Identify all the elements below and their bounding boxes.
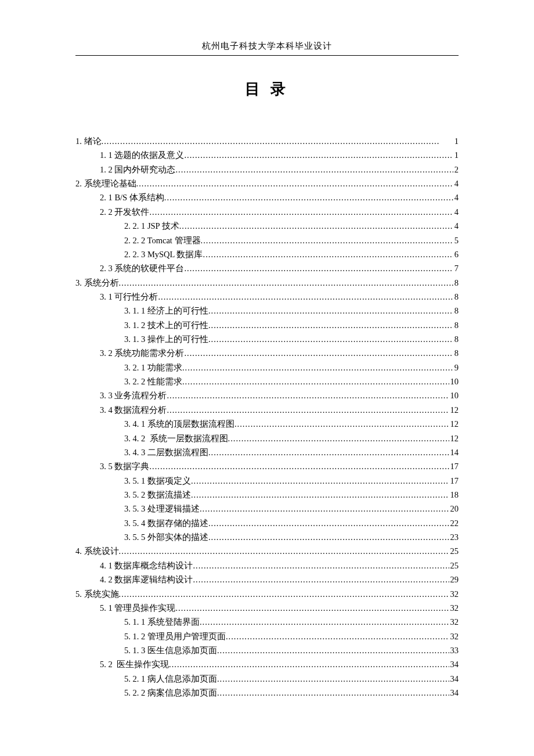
toc-entry[interactable]: 3. 2 系统功能需求分析8 xyxy=(75,346,459,360)
toc-entry[interactable]: 3. 1. 2 技术上的可行性8 xyxy=(75,318,459,332)
toc-entry[interactable]: 4. 1 数据库概念结构设计25 xyxy=(75,559,459,573)
page-header: 杭州电子科技大学本科毕业设计 xyxy=(75,41,459,52)
toc-entry[interactable]: 2. 2. 3 MySQL 数据库6 xyxy=(75,247,459,261)
toc-leader-dots xyxy=(149,205,453,219)
toc-entry-label: 4. 系统设计 xyxy=(75,544,119,558)
toc-leader-dots xyxy=(169,657,449,671)
toc-entry-page: 32 xyxy=(449,601,459,615)
toc-entry-label: 3. 1. 2 技术上的可行性 xyxy=(124,318,208,332)
toc-entry-page: 29 xyxy=(449,573,459,586)
toc-entry[interactable]: 5. 2 医生操作实现34 xyxy=(75,657,459,671)
toc-entry-label: 3. 1. 1 经济上的可行性 xyxy=(124,304,208,318)
toc-entry[interactable]: 3. 3 业务流程分析10 xyxy=(75,388,459,402)
toc-entry[interactable]: 1. 1 选题的依据及意义1 xyxy=(75,148,459,162)
toc-entry-page: 34 xyxy=(449,672,459,686)
toc-entry-label: 1. 2 国内外研究动态 xyxy=(100,163,175,177)
toc-entry-label: 3. 1 可行性分析 xyxy=(100,290,158,304)
toc-leader-dots xyxy=(179,219,453,233)
toc-entry[interactable]: 3. 5. 4 数据存储的描述22 xyxy=(75,516,459,530)
toc-entry-label: 3. 5 数据字典 xyxy=(100,459,149,473)
toc-entry[interactable]: 2. 2. 1 JSP 技术4 xyxy=(75,219,459,233)
toc-entry[interactable]: 1. 2 国内外研究动态2 xyxy=(75,163,459,177)
toc-entry[interactable]: 5. 1. 2 管理员用户管理页面32 xyxy=(75,629,459,643)
toc-leader-dots xyxy=(102,134,453,148)
toc-entry-page: 32 xyxy=(449,587,459,601)
toc-entry-label: 2. 2. 1 JSP 技术 xyxy=(124,219,179,233)
toc-entry-label: 3. 4. 1 系统的顶层数据流程图 xyxy=(124,417,234,431)
toc-entry-label: 2. 2. 3 MySQL 数据库 xyxy=(124,247,203,261)
toc-entry[interactable]: 3. 5. 5 外部实体的描述23 xyxy=(75,530,459,544)
toc-entry[interactable]: 5. 2. 1 病人信息添加页面34 xyxy=(75,672,459,686)
toc-entry-label: 3. 5. 1 数据项定义 xyxy=(124,474,191,488)
toc-leader-dots xyxy=(167,388,449,402)
toc-entry[interactable]: 3. 5. 1 数据项定义17 xyxy=(75,474,459,488)
toc-entry[interactable]: 5. 1. 1 系统登陆界面32 xyxy=(75,615,459,629)
toc-entry-label: 5. 系统实施 xyxy=(75,587,119,601)
toc-entry[interactable]: 2. 2. 2 Tomcat 管理器5 xyxy=(75,233,459,247)
toc-entry-label: 3. 3 业务流程分析 xyxy=(100,388,167,402)
toc-entry-page: 25 xyxy=(449,544,459,558)
toc-entry-page: 32 xyxy=(449,615,459,629)
toc-entry-label: 4. 2 数据库逻辑结构设计 xyxy=(100,573,193,586)
toc-leader-dots xyxy=(226,629,449,643)
toc-leader-dots xyxy=(167,403,449,417)
toc-entry-label: 2. 3 系统的软硬件平台 xyxy=(100,261,184,275)
toc-entry[interactable]: 3. 4. 3 二层数据流程图14 xyxy=(75,445,459,459)
toc-leader-dots xyxy=(175,601,449,615)
toc-entry-page: 8 xyxy=(453,318,459,332)
toc-entry[interactable]: 2. 系统理论基础4 xyxy=(75,177,459,190)
toc-entry[interactable]: 5. 1. 3 医生信息添加页面33 xyxy=(75,643,459,657)
toc-entry[interactable]: 3. 4. 1 系统的顶层数据流程图12 xyxy=(75,417,459,431)
toc-entry[interactable]: 3. 1. 1 经济上的可行性8 xyxy=(75,304,459,318)
toc-entry-page: 33 xyxy=(449,643,459,657)
toc-entry-label: 5. 2. 2 病案信息添加页面 xyxy=(124,686,217,700)
toc-entry[interactable]: 4. 2 数据库逻辑结构设计29 xyxy=(75,573,459,586)
toc-leader-dots xyxy=(193,573,449,586)
toc-entry[interactable]: 2. 3 系统的软硬件平台7 xyxy=(75,261,459,275)
toc-entry[interactable]: 3. 4 数据流程分析12 xyxy=(75,403,459,417)
toc-leader-dots xyxy=(119,587,449,601)
toc-entry[interactable]: 2. 2 开发软件4 xyxy=(75,205,459,219)
document-page: 杭州电子科技大学本科毕业设计 目 录 1. 绪论11. 1 选题的依据及意义11… xyxy=(0,0,534,700)
toc-entry[interactable]: 3. 2. 2 性能需求10 xyxy=(75,375,459,388)
toc-leader-dots xyxy=(136,177,453,190)
toc-entry[interactable]: 3. 1 可行性分析8 xyxy=(75,290,459,304)
toc-leader-dots xyxy=(217,672,449,686)
toc-entry[interactable]: 5. 2. 2 病案信息添加页面34 xyxy=(75,686,459,700)
page-title: 目 录 xyxy=(75,79,459,99)
toc-leader-dots xyxy=(200,615,449,629)
toc-entry[interactable]: 1. 绪论1 xyxy=(75,134,459,148)
toc-entry-page: 1 xyxy=(453,148,459,162)
toc-leader-dots xyxy=(234,417,449,431)
toc-entry[interactable]: 3. 5. 3 处理逻辑描述20 xyxy=(75,502,459,516)
toc-entry-page: 23 xyxy=(449,530,459,544)
toc-entry-label: 3. 系统分析 xyxy=(75,276,119,290)
toc-entry-label: 5. 1 管理员操作实现 xyxy=(100,601,175,615)
toc-leader-dots xyxy=(149,459,449,473)
toc-entry[interactable]: 3. 系统分析8 xyxy=(75,276,459,290)
toc-entry-page: 34 xyxy=(449,686,459,700)
toc-entry-page: 8 xyxy=(453,276,459,290)
toc-leader-dots xyxy=(208,530,449,544)
toc-entry-page: 2 xyxy=(453,163,459,177)
toc-entry-page: 4 xyxy=(453,177,459,190)
toc-entry-page: 5 xyxy=(453,233,459,247)
toc-entry[interactable]: 3. 4. 2 系统一层数据流程图12 xyxy=(75,431,459,445)
table-of-contents: 1. 绪论11. 1 选题的依据及意义11. 2 国内外研究动态22. 系统理论… xyxy=(75,134,459,700)
toc-entry[interactable]: 2. 1 B/S 体系结构4 xyxy=(75,190,459,204)
toc-entry-page: 32 xyxy=(449,629,459,643)
toc-leader-dots xyxy=(208,332,453,346)
toc-entry-label: 3. 4. 2 系统一层数据流程图 xyxy=(124,431,228,445)
toc-entry[interactable]: 3. 5 数据字典17 xyxy=(75,459,459,473)
toc-entry[interactable]: 4. 系统设计25 xyxy=(75,544,459,558)
toc-entry-page: 1 xyxy=(453,134,459,148)
toc-entry[interactable]: 5. 1 管理员操作实现32 xyxy=(75,601,459,615)
toc-entry-page: 12 xyxy=(449,403,459,417)
toc-entry[interactable]: 3. 5. 2 数据流描述18 xyxy=(75,488,459,502)
toc-entry[interactable]: 3. 1. 3 操作上的可行性8 xyxy=(75,332,459,346)
toc-entry[interactable]: 3. 2. 1 功能需求9 xyxy=(75,361,459,375)
toc-leader-dots xyxy=(184,346,453,360)
toc-entry-label: 5. 2 医生操作实现 xyxy=(100,657,169,671)
toc-entry-page: 22 xyxy=(449,516,459,530)
toc-entry[interactable]: 5. 系统实施32 xyxy=(75,587,459,601)
